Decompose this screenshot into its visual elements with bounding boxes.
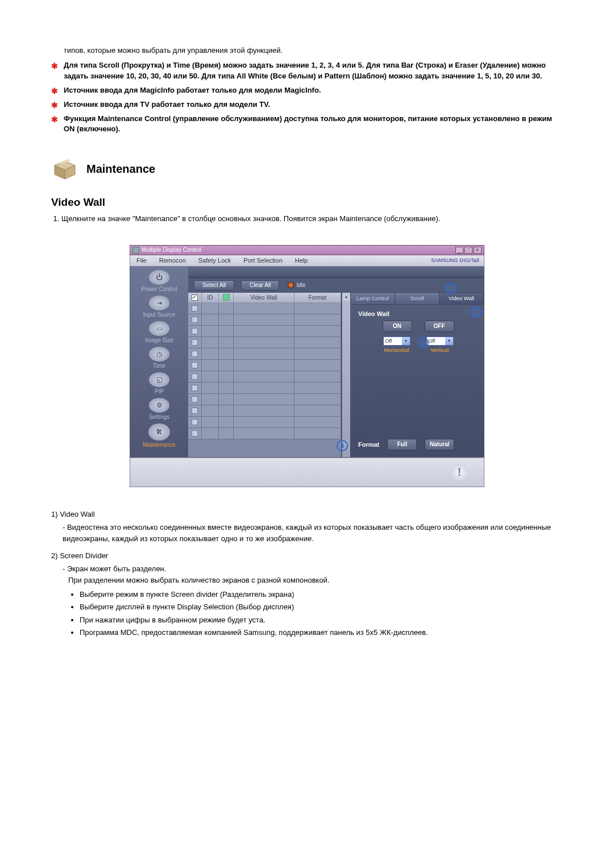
table-row[interactable] (188, 337, 341, 348)
tab-scroll[interactable]: Scroll (395, 292, 439, 305)
table-row[interactable] (188, 405, 341, 417)
table-row[interactable] (188, 326, 341, 337)
maximize-button[interactable]: □ (464, 247, 472, 254)
sidebar-item-maintenance[interactable]: 🛠 Maintenance (130, 423, 188, 448)
desc-title: Video Wall (60, 510, 94, 518)
table-header: ID Video Wall Format (188, 293, 341, 303)
sidebar-item-label: PIP (155, 388, 164, 394)
table-row[interactable] (188, 383, 341, 394)
main-panel: Select All Clear All Idle ID Video Wall … (188, 267, 484, 457)
sidebar: ⏻ Power Control ⇥ Input Source ▭ Image S… (130, 267, 188, 457)
format-full-button[interactable]: Full (387, 439, 417, 450)
sidebar-item-label: Settings (149, 414, 169, 420)
maintenance-heading-row: Maintenance (51, 157, 563, 180)
sidebar-item-power[interactable]: ⏻ Power Control (130, 270, 188, 292)
format-natural-button[interactable]: Natural (425, 439, 454, 450)
horizontal-label: Horizontal (384, 347, 409, 353)
sidebar-item-label: Power Control (141, 286, 177, 292)
bullet-list: Выберите режим в пункте Screen divider (… (80, 588, 563, 638)
video-wall-label: Video Wall (358, 310, 478, 317)
sidebar-item-pip[interactable]: ◱ PIP (130, 372, 188, 394)
menu-safety-lock[interactable]: Safety Lock (192, 257, 237, 264)
col-video-wall: Video Wall (234, 293, 294, 303)
maintenance-icon: 🛠 (148, 423, 170, 441)
brand-label: SAMSUNG DIGITall (431, 258, 484, 263)
callout-4: 4 (337, 440, 348, 451)
window-titlebar: Multiple Display Control _ □ ✕ (130, 245, 484, 255)
window-title: Multiple Display Control (142, 247, 201, 253)
maintenance-title: Maintenance (86, 163, 155, 176)
star-note-list: Для типа Scroll (Прокрутка) и Time (Врем… (51, 60, 563, 135)
cardboard-box-icon (51, 157, 78, 180)
sidebar-item-image-size[interactable]: ▭ Image Size (130, 321, 188, 343)
table-row[interactable] (188, 394, 341, 405)
video-wall-on-button[interactable]: ON (383, 321, 412, 332)
bullet-item: Программа MDC, предоставляемая компанией… (80, 626, 563, 639)
sidebar-item-label: Time (153, 363, 165, 369)
video-wall-title: Video Wall (51, 196, 563, 209)
video-wall-off-button[interactable]: OFF (425, 321, 454, 332)
desc-text: - Видеостена это несколько соединенных в… (63, 522, 563, 545)
close-button[interactable]: ✕ (474, 247, 482, 254)
toolbar: Select All Clear All Idle (188, 278, 484, 293)
chevron-down-icon: ▾ (402, 337, 410, 345)
col-id: ID (202, 293, 219, 303)
description-block: 1) Video Wall - Видеостена это несколько… (51, 510, 563, 639)
scroll-up-icon[interactable]: ▴ (342, 293, 350, 301)
table-row[interactable] (188, 314, 341, 326)
desc-line: - Экран может быть разделен. (63, 563, 563, 575)
sidebar-item-input[interactable]: ⇥ Input Source (130, 296, 188, 318)
menu-help[interactable]: Help (289, 257, 314, 264)
col-checkbox[interactable] (188, 293, 202, 303)
intro-text: типов, которые можно выбрать для управле… (64, 45, 563, 56)
minimize-button[interactable]: _ (455, 247, 463, 254)
sidebar-item-time[interactable]: ◷ Time (130, 347, 188, 369)
status-dot-icon (288, 283, 293, 288)
sidebar-item-settings[interactable]: ⚙ Settings (130, 398, 188, 420)
alert-icon: ! (451, 464, 468, 481)
sidebar-item-label: Image Size (145, 337, 173, 343)
right-tabs: Lamp Control Scroll Video Wall (350, 292, 484, 305)
menu-bar: File Remocon Safety Lock Port Selection … (130, 255, 484, 267)
table-row[interactable] (188, 417, 341, 428)
step-list: Щелкните на значке "Maintenance" в столб… (61, 213, 563, 225)
star-note: Функция Maintenance Control (управление … (51, 114, 563, 135)
tab-lamp-control[interactable]: Lamp Control (350, 292, 395, 305)
app-icon (132, 247, 139, 254)
star-note: Источник ввода для MagicInfo работает то… (51, 85, 563, 96)
app-screenshot: Multiple Display Control _ □ ✕ File Remo… (130, 245, 484, 487)
display-table: ID Video Wall Format (188, 293, 342, 457)
menu-port-selection[interactable]: Port Selection (237, 257, 288, 264)
vertical-dropdown[interactable]: Off▾ Vertical (426, 337, 454, 353)
input-icon: ⇥ (149, 296, 169, 310)
horizontal-dropdown[interactable]: Off▾ Horizontal (383, 337, 410, 353)
image-size-icon: ▭ (149, 321, 169, 336)
chevron-down-icon: ▾ (445, 337, 453, 345)
video-wall-section: Video Wall ON OFF Off▾ Horizontal Off▾ (350, 305, 484, 356)
table-row[interactable] (188, 303, 341, 314)
idle-label: Idle (296, 282, 305, 288)
bullet-item: Выберите дисплей в пункте Display Select… (80, 601, 563, 613)
desc-number: 1) (51, 510, 58, 518)
clear-all-button[interactable]: Clear All (241, 280, 279, 290)
pip-icon: ◱ (149, 372, 169, 387)
col-status (219, 293, 234, 303)
star-note: Источник ввода для TV работает только дл… (51, 99, 563, 110)
menu-file[interactable]: File (130, 257, 153, 264)
bullet-item: При нажатии цифры в выбранном режиме буд… (80, 614, 563, 626)
sidebar-item-label: Input Source (143, 312, 176, 318)
step-item: Щелкните на значке "Maintenance" в столб… (61, 213, 563, 225)
tab-video-wall[interactable]: Video Wall (439, 292, 484, 305)
col-format: Format (294, 293, 341, 303)
callout-3: 3 (470, 306, 482, 318)
desc-title: Screen Divider (60, 551, 108, 560)
table-row[interactable] (188, 371, 341, 383)
table-row[interactable] (188, 428, 341, 439)
table-scrollbar[interactable]: ▴ (342, 293, 350, 457)
table-row[interactable] (188, 360, 341, 371)
right-panel: Lamp Control Scroll Video Wall Video Wal… (350, 293, 484, 457)
menu-remocon[interactable]: Remocon (153, 257, 192, 264)
select-all-button[interactable]: Select All (194, 280, 234, 290)
power-icon: ⏻ (149, 270, 169, 285)
table-row[interactable] (188, 348, 341, 360)
